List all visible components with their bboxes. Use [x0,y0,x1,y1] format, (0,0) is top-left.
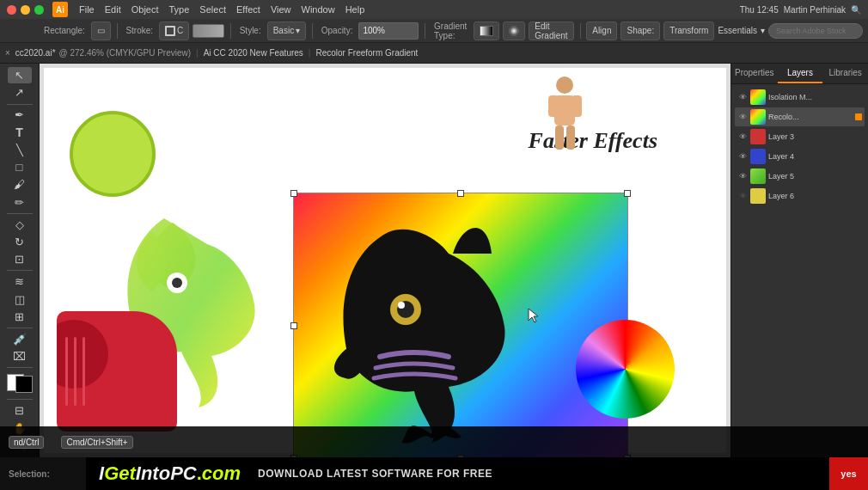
layer-thumbnail [750,168,766,184]
main-toolbar: Rectangle: ▭ Stroke: C Style: Basic ▾ Op… [0,19,868,43]
opacity-input[interactable] [358,22,419,40]
layer-name: Layer 3 [768,132,862,141]
layer-item[interactable]: 👁 Layer 3 [735,127,865,146]
paintbrush-tool[interactable]: 🖌 [8,176,32,193]
properties-tab[interactable]: Properties [731,64,778,83]
line-tool[interactable]: ╲ [8,142,32,158]
artboard-tool[interactable]: ⊟ [8,402,32,419]
menu-object[interactable]: Object [127,3,163,16]
svg-rect-5 [572,95,582,117]
eraser-tool[interactable]: ◇ [8,217,32,233]
tool-sep-2 [7,213,33,214]
layer-visibility-icon[interactable]: 👁 [737,171,748,181]
type-tool[interactable]: T [8,125,32,141]
menubar-right: Thu 12:45 Martin Perhiniak 🔍 [740,5,861,15]
search-stock-input[interactable] [768,23,863,39]
gradient-type-label: Gradient Type: [431,21,470,40]
rotate-tool[interactable]: ↻ [8,234,32,250]
separator-5 [580,23,581,39]
logo-into: Into [136,462,170,485]
scale-tool[interactable]: ⊡ [8,251,32,267]
warp-tool[interactable]: ≋ [8,273,32,290]
svg-rect-4 [548,95,559,117]
stroke-label: Stroke: [123,26,156,35]
menu-help[interactable]: Help [341,3,370,16]
tool-sep-5 [7,367,33,368]
doc-tab-close[interactable]: × [5,48,10,58]
window-controls [7,5,44,15]
align-btn[interactable]: Align [586,21,617,40]
menu-window[interactable]: Window [297,3,339,16]
layer-name: Isolation M... [768,93,862,101]
layer-item[interactable]: 👁 Recolo... [735,107,865,126]
igetintopc-logo: I Get Into PC . com [99,462,241,485]
kbd-key-2: Cmd/Ctrl+Shift+ [61,436,132,449]
separator-4 [425,23,425,39]
canvas-area[interactable]: Faster Effects [40,64,730,457]
layers-tab[interactable]: Layers [778,64,823,83]
libraries-tab[interactable]: Libraries [822,64,868,83]
layer-name: Layer 6 [768,192,862,200]
menu-edit[interactable]: Edit [101,3,125,16]
svg-rect-7 [566,126,575,150]
menu-type[interactable]: Type [165,3,194,16]
minimize-window-btn[interactable] [21,5,30,15]
menu-select[interactable]: Select [195,3,230,16]
layer-thumbnail [750,109,766,125]
layer-item[interactable]: 👁 Layer 6 [735,187,865,205]
yes-button[interactable]: yes [829,457,868,490]
layer-item[interactable]: 👁 Isolation M... [735,88,865,107]
menu-file[interactable]: File [75,3,99,16]
style-selector[interactable]: Basic ▾ [267,21,306,40]
mesh-tool[interactable]: ⊞ [8,309,32,325]
direct-selection-tool[interactable]: ↗ [8,84,32,101]
stroke-color[interactable] [15,376,33,393]
stroke-color-btn[interactable]: C [159,21,189,40]
blend-tool[interactable]: ⌧ [8,348,32,364]
handle-tl [290,190,297,197]
logo-com: com [202,462,241,485]
menu-effect[interactable]: Effect [232,3,265,16]
gradient-linear-btn[interactable] [474,21,499,40]
gradient-tool[interactable]: ◫ [8,291,32,307]
pencil-tool[interactable]: ✏ [8,194,32,211]
layer-visibility-icon[interactable]: 👁 [737,92,748,102]
transform-btn[interactable]: Transform [663,21,714,40]
layer-name: Layer 4 [768,152,862,161]
eyedropper-tool[interactable]: 💉 [8,331,32,347]
logo-pc: PC [170,462,197,485]
green-circle [70,111,156,197]
layer-visibility-icon[interactable]: 👁 [737,112,748,122]
canvas-white: Faster Effects [44,68,726,453]
maximize-window-btn[interactable] [34,5,44,15]
layer-visibility-icon[interactable]: 👁 [737,191,748,201]
pen-tool[interactable]: ✒ [8,107,32,123]
layer-item[interactable]: 👁 Layer 5 [735,167,865,186]
kbd-item-1: nd/Ctrl [9,436,44,449]
layer-item[interactable]: 👁 Layer 4 [735,147,865,166]
search-icon[interactable]: 🔍 [851,5,861,15]
canvas-content: Faster Effects [40,64,730,457]
secondary-toolbar: × cc2020.ai* @ 272.46% (CMYK/GPU Preview… [0,43,868,64]
layer-visibility-icon[interactable]: 👁 [737,132,748,142]
main-area: ↖ ↗ ✒ T ╲ □ 🖌 ✏ ◇ ↻ ⊡ ≋ ◫ ⊞ 💉 ⌧ ⊟ ✋ 🔍 [0,64,868,457]
svg-point-10 [398,302,405,309]
bottom-left-section: Selection: [0,457,86,490]
shape-tool[interactable]: □ [8,159,32,175]
recolor-link[interactable]: Recolor Freeform Gradient [315,48,418,58]
gradient-radial-btn[interactable] [503,21,525,40]
close-window-btn[interactable] [7,5,16,15]
layers-panel-content: 👁 Isolation M... 👁 Recolo... [731,84,868,457]
edit-gradient-btn[interactable]: Edit Gradient [529,21,573,40]
whale-svg [320,206,612,447]
kbd-key-1: nd/Ctrl [9,436,44,449]
keyboard-shortcut-overlay: nd/Ctrl Cmd/Ctrl+Shift+ [0,426,868,457]
selection-tool[interactable]: ↖ [8,67,32,83]
new-features-link[interactable]: Ai CC 2020 New Features [204,48,303,58]
shape-btn[interactable]: Shape: [620,21,660,40]
layer-visibility-icon[interactable]: 👁 [737,151,748,162]
menubar: Ai File Edit Object Type Select Effect V… [0,0,868,19]
shape-selector[interactable]: ▭ [91,21,111,40]
doc-tab[interactable]: cc2020.ai* @ 272.46% (CMYK/GPU Preview) [15,48,191,58]
menu-view[interactable]: View [266,3,296,16]
